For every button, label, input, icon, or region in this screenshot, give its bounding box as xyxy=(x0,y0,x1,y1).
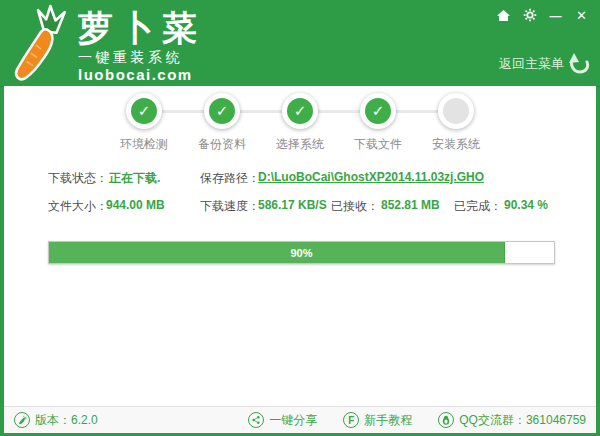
footer-bar: 版本：6.2.0 一键分享 F 新手教程 QQ交 xyxy=(4,406,596,433)
version-label: 版本：6.2.0 xyxy=(35,412,98,429)
window-controls: — ✕ xyxy=(495,7,590,23)
step-download: ✓ 下载文件 xyxy=(339,93,417,153)
minimize-button[interactable]: — xyxy=(547,7,564,23)
step-label: 安装系统 xyxy=(432,136,480,153)
download-info: 下载状态： 正在下载. 保存路径： D:\LuoBoCai\GhostXP201… xyxy=(4,170,596,226)
check-icon: ✓ xyxy=(287,98,313,124)
tutorial-button[interactable]: F 新手教程 xyxy=(343,412,412,429)
status-value: 正在下载. xyxy=(109,170,160,187)
share-button[interactable]: 一键分享 xyxy=(248,412,317,429)
minimize-icon: — xyxy=(550,9,562,23)
pending-circle xyxy=(443,98,469,124)
return-arrow-icon xyxy=(566,52,590,76)
info-row-1: 下载状态： 正在下载. 保存路径： D:\LuoBoCai\GhostXP201… xyxy=(4,170,596,198)
share-label: 一键分享 xyxy=(269,412,317,429)
step-select-system: ✓ 选择系统 xyxy=(261,93,339,153)
received-value: 852.81 MB xyxy=(381,198,440,212)
path-label: 保存路径： xyxy=(200,170,260,187)
save-path-link[interactable]: D:\LuoBoCai\GhostXP2014.11.03zj.GHO xyxy=(258,170,484,184)
step-indicator: ✓ 环境检测 ✓ 备份资料 ✓ 选择系统 ✓ 下载文件 安装系统 xyxy=(4,93,596,157)
status-label: 下载状态： xyxy=(48,170,108,187)
app-title: 萝卜菜 xyxy=(78,8,204,48)
carrot-logo-icon xyxy=(8,4,68,82)
check-icon: ✓ xyxy=(131,98,157,124)
step-backup: ✓ 备份资料 xyxy=(183,93,261,153)
check-icon: ✓ xyxy=(209,98,235,124)
main-content: ✓ 环境检测 ✓ 备份资料 ✓ 选择系统 ✓ 下载文件 安装系统 xyxy=(4,86,596,433)
app-domain: luobocai.com xyxy=(78,66,204,84)
step-label: 下载文件 xyxy=(354,136,402,153)
step-env-check: ✓ 环境检测 xyxy=(105,93,183,153)
app-window: 萝卜菜 一键重装系统 luobocai.com — ✕ 返回主菜单 xyxy=(0,0,600,436)
close-button[interactable]: ✕ xyxy=(573,7,590,23)
share-icon xyxy=(248,412,264,428)
settings-button[interactable] xyxy=(521,7,538,23)
return-main-menu-label: 返回主菜单 xyxy=(499,55,564,73)
app-subtitle: 一键重装系统 xyxy=(78,49,204,66)
close-icon: ✕ xyxy=(576,8,587,23)
speed-label: 下载速度： xyxy=(200,198,260,215)
version-info: 版本：6.2.0 xyxy=(14,412,98,429)
file-size-label: 文件大小： xyxy=(48,198,108,215)
step-label: 选择系统 xyxy=(276,136,324,153)
home-button[interactable] xyxy=(495,7,512,23)
logo-text: 萝卜菜 一键重装系统 luobocai.com xyxy=(78,8,204,84)
check-icon: ✓ xyxy=(365,98,391,124)
header: 萝卜菜 一键重装系统 luobocai.com — ✕ 返回主菜单 xyxy=(0,0,600,87)
gear-icon xyxy=(523,8,537,22)
step-label: 环境检测 xyxy=(120,136,168,153)
progress-percent-text: 90% xyxy=(49,242,554,263)
received-label: 已接收： xyxy=(331,198,379,215)
speed-value: 586.17 KB/S xyxy=(258,198,327,212)
return-main-menu-button[interactable]: 返回主菜单 xyxy=(499,52,590,76)
completed-label: 已完成： xyxy=(454,198,502,215)
file-size-value: 944.00 MB xyxy=(106,198,165,212)
qq-group-label: QQ交流群：361046759 xyxy=(459,412,586,429)
info-row-2: 文件大小： 944.00 MB 下载速度： 586.17 KB/S 已接收： 8… xyxy=(4,198,596,226)
progress-bar: 90% xyxy=(48,241,555,264)
qq-penguin-icon xyxy=(438,412,454,428)
step-install: 安装系统 xyxy=(417,93,495,153)
qq-group-button[interactable]: QQ交流群：361046759 xyxy=(438,412,586,429)
tutorial-label: 新手教程 xyxy=(364,412,412,429)
home-icon xyxy=(496,9,511,22)
tutorial-icon: F xyxy=(343,412,359,428)
step-label: 备份资料 xyxy=(198,136,246,153)
version-carrot-icon xyxy=(14,412,30,428)
completed-value: 90.34 % xyxy=(504,198,548,212)
